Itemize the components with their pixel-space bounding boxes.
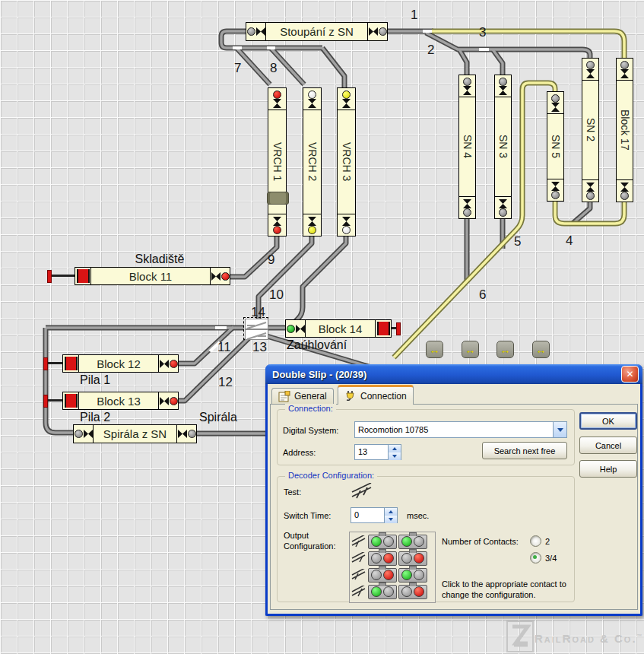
help-button[interactable]: Help [579, 460, 637, 478]
chevron-down-icon[interactable] [553, 422, 566, 437]
group-legend: Decoder Configuration: [285, 471, 377, 480]
block-connector [617, 179, 633, 202]
block-connector [547, 92, 563, 114]
dialog-titlebar[interactable]: Double Slip - (20/39) ✕ [265, 364, 642, 384]
block-label: Stoupání z SN [266, 23, 367, 40]
block-vrch-2[interactable]: VRCH 2 [303, 87, 322, 237]
contact-indicator[interactable] [368, 535, 397, 549]
block-13[interactable]: Block 13 [62, 392, 179, 410]
digital-system-label: Digital System: [283, 426, 338, 435]
indicator-dot [463, 208, 471, 217]
block-spirala-z-sn[interactable]: Spirála z SN [73, 424, 197, 443]
output-row[interactable] [351, 551, 427, 565]
output-row[interactable] [351, 568, 427, 582]
caption-zauhlovani: Zaúhlování [287, 338, 347, 352]
double-slip-crossing-selected[interactable] [243, 317, 268, 340]
radio-contacts-2-label[interactable]: 2 [545, 537, 550, 546]
block-sn-3[interactable]: SN 3 [494, 75, 512, 219]
block-14[interactable]: Block 14 [285, 319, 392, 338]
route-arrow-button[interactable]: ↔ [496, 341, 514, 358]
indicator-dot [342, 226, 351, 234]
block-connector [268, 88, 286, 110]
contact-indicator[interactable] [368, 568, 397, 583]
block-connector [246, 23, 266, 40]
bowtie-icon [620, 69, 629, 78]
address-stepper[interactable]: 13 [354, 444, 401, 460]
track-number-5: 5 [514, 234, 521, 249]
bowtie-icon [160, 397, 169, 405]
block-12[interactable]: Block 12 [62, 354, 179, 373]
double-slip-test-icon[interactable] [351, 483, 373, 500]
spin-up-icon[interactable] [385, 508, 397, 516]
block-connector [158, 355, 178, 372]
block-stoupani-z-sn[interactable]: Stoupání z SN [246, 22, 388, 41]
bowtie-icon [160, 360, 169, 368]
track-number-11: 11 [217, 340, 231, 355]
contact-indicator[interactable] [398, 535, 427, 549]
output-row[interactable] [351, 585, 427, 598]
block-sn-4[interactable]: SN 4 [458, 75, 476, 219]
track-number-1: 1 [411, 8, 417, 23]
close-icon[interactable]: ✕ [621, 366, 639, 383]
block-vrch-1[interactable]: VRCH 1 [268, 87, 287, 237]
search-next-free-button[interactable]: Search next free [482, 442, 567, 459]
tab-connection[interactable]: Connection [338, 385, 414, 405]
radio-contacts-3-4[interactable] [530, 552, 541, 564]
output-row[interactable] [351, 535, 427, 548]
bowtie-icon [256, 27, 265, 36]
crossing-cell [245, 329, 268, 340]
plug-icon [344, 390, 357, 402]
indicator-dot [551, 94, 560, 103]
railroad-co-watermark: RailRoad & Co.™ [535, 632, 644, 645]
track-number-3: 3 [479, 25, 486, 40]
digital-system-value: Rocomotion 10785 [355, 425, 553, 434]
block-connector [303, 88, 321, 110]
block-vrch-3[interactable]: VRCH 3 [337, 87, 356, 237]
spin-up-icon[interactable] [389, 445, 401, 452]
block-label: SN 3 [495, 97, 511, 196]
contact-indicator[interactable] [398, 585, 427, 599]
tab-label: General [294, 391, 327, 402]
radio-contacts-2[interactable] [530, 535, 541, 547]
contact-indicator[interactable] [368, 551, 397, 566]
contact-indicator[interactable] [398, 551, 427, 566]
block-label: Block 12 [79, 355, 158, 372]
indicator-dot [379, 27, 387, 36]
bowtie-icon [178, 430, 187, 438]
train-icon[interactable] [267, 192, 289, 205]
block-11[interactable]: Block 11 [75, 267, 230, 285]
block-connector [459, 196, 475, 218]
buffer-stop-icon [375, 320, 391, 337]
spin-down-icon[interactable] [385, 516, 397, 523]
block-sn-5[interactable]: SN 5 [547, 91, 564, 202]
radio-contacts-3-4-label[interactable]: 3/4 [545, 554, 557, 563]
bowtie-icon [369, 27, 378, 36]
tab-general[interactable]: General [271, 388, 334, 404]
block-connector [547, 179, 563, 201]
block-sn-2[interactable]: SN 2 [582, 58, 599, 202]
group-legend: Connection: [285, 404, 336, 413]
block-connector [338, 214, 355, 236]
track-number-6: 6 [479, 287, 486, 303]
caption-pila-2: Pila 2 [80, 411, 110, 424]
block-label: SN 4 [459, 97, 475, 196]
route-arrow-button[interactable]: ↔ [426, 341, 443, 358]
digital-system-select[interactable]: Rocomotion 10785 [354, 421, 567, 438]
route-arrow-button[interactable]: ↔ [532, 341, 550, 358]
route-arrow-button[interactable]: ↔ [462, 341, 479, 358]
bowtie-icon [84, 430, 93, 438]
block-label: VRCH 3 [338, 110, 355, 214]
switch-time-stepper[interactable]: 0 [351, 507, 398, 523]
indicator-dot [620, 61, 629, 69]
spin-down-icon[interactable] [389, 452, 401, 460]
cancel-button[interactable]: Cancel [579, 437, 637, 454]
ok-button[interactable]: OK [579, 412, 637, 430]
railroad-co-logo [506, 621, 534, 652]
properties-icon [278, 391, 290, 402]
buffer-stop-line [47, 399, 62, 402]
block-17[interactable]: Block 17 [616, 58, 633, 202]
contact-indicator[interactable] [368, 585, 397, 599]
contact-indicator[interactable] [398, 568, 427, 583]
test-label: Test: [284, 487, 301, 497]
bowtie-icon [499, 199, 507, 208]
